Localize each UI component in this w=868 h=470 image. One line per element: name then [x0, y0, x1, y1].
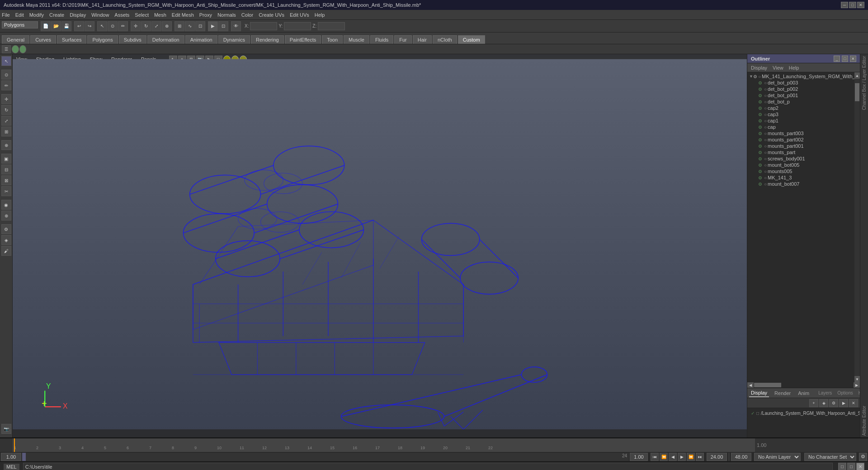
cut-faces-btn[interactable]: ✂: [1, 186, 11, 196]
tree-item-mounts-part001[interactable]: ⚙ ○ mounts_part001: [748, 143, 854, 149]
rotate-tool-btn[interactable]: ↻: [1, 105, 11, 115]
render-button[interactable]: ▶: [208, 21, 218, 31]
attribute-editor-label[interactable]: Attribute Editor: [861, 404, 868, 437]
menu-color[interactable]: Color: [241, 12, 253, 18]
tree-item-mount-bot007[interactable]: ⚙ ○ mount_bot007: [748, 181, 854, 187]
tree-item-mounts005[interactable]: ⚙ ○ mounts005: [748, 168, 854, 174]
rotate-button[interactable]: ↻: [141, 21, 151, 31]
outliner-minimize-btn[interactable]: _: [834, 56, 840, 62]
tab-rendering[interactable]: Rendering: [251, 35, 284, 44]
new-scene-button[interactable]: 📄: [41, 21, 51, 31]
tab-fur[interactable]: Fur: [394, 35, 412, 44]
layers-tab-anim[interactable]: Anim: [796, 390, 811, 397]
next-key-btn[interactable]: ⏩: [687, 453, 695, 461]
shelf-icon-green[interactable]: [12, 45, 19, 53]
paint-effects-btn[interactable]: 🖌: [1, 246, 11, 256]
tab-ncloth[interactable]: nCloth: [433, 35, 457, 44]
outliner-tab-display[interactable]: Display: [749, 64, 769, 71]
tree-item-mk141-3[interactable]: ⚙ ○ MK_141_3: [748, 174, 854, 181]
tree-item-root[interactable]: ▼ ⚙ ○ MK_141_Launching_System_RGM_With_H…: [748, 73, 854, 80]
z-input[interactable]: [318, 22, 345, 30]
menu-display[interactable]: Display: [70, 12, 86, 18]
tab-toon[interactable]: Toon: [322, 35, 343, 44]
tab-polygons[interactable]: Polygons: [87, 35, 118, 44]
anim-layer-select[interactable]: No Anim Layer: [754, 453, 801, 461]
scale-tool-btn[interactable]: ⤢: [1, 116, 11, 126]
outliner-tree[interactable]: ▼ ⚙ ○ MK_141_Launching_System_RGM_With_H…: [747, 72, 854, 382]
scroll-track[interactable]: [854, 79, 860, 376]
range-end-input[interactable]: [707, 453, 727, 461]
status-btn-1[interactable]: □: [838, 463, 846, 470]
maximize-button[interactable]: □: [849, 2, 856, 8]
split-poly-btn[interactable]: ⊠: [1, 175, 11, 185]
move-tool-btn[interactable]: ✛: [1, 94, 11, 104]
tree-item-det-bot-p[interactable]: ⚙ ○ det_bot_p: [748, 99, 854, 105]
close-button[interactable]: ✕: [857, 2, 864, 8]
mini-playhead[interactable]: [22, 453, 26, 461]
tree-item-cap2[interactable]: ⚙ ○ cap2: [748, 105, 854, 111]
outliner-tab-help[interactable]: Help: [787, 64, 801, 71]
menu-create[interactable]: Create: [49, 12, 64, 18]
outliner-hscrollbar[interactable]: ◀ ▶: [747, 382, 860, 388]
tree-item-cap3[interactable]: ⚙ ○ cap3: [748, 111, 854, 118]
undo-button[interactable]: ↩: [74, 21, 84, 31]
scale-button[interactable]: ⤢: [151, 21, 161, 31]
tab-subdivs[interactable]: Subdivs: [119, 35, 146, 44]
status-btn-close[interactable]: ✕: [856, 463, 864, 470]
tab-curves[interactable]: Curves: [30, 35, 56, 44]
hypershade-btn[interactable]: ◈: [1, 235, 11, 245]
outliner-maximize-btn[interactable]: □: [842, 56, 848, 62]
expand-icon[interactable]: ▼: [749, 74, 753, 79]
snap-grid-button[interactable]: ⊞: [175, 21, 184, 31]
universal-manip-button[interactable]: ⊕: [162, 21, 172, 31]
outliner-close-btn[interactable]: ✕: [850, 56, 856, 62]
tree-item-cap[interactable]: ⚙ ○ cap: [748, 124, 854, 130]
extrude-btn[interactable]: ▣: [1, 154, 11, 164]
show-hide-button[interactable]: 👁: [231, 21, 241, 31]
scroll-thumb[interactable]: [855, 83, 859, 101]
menu-modify[interactable]: Modify: [29, 12, 44, 18]
layers-header-options[interactable]: Options: [837, 390, 853, 395]
tab-custom[interactable]: Custom: [458, 35, 485, 44]
tree-item-cap1[interactable]: ⚙ ○ cap1: [748, 118, 854, 124]
menu-edit[interactable]: Edit: [15, 12, 24, 18]
char-set-select[interactable]: No Character Set: [804, 453, 856, 461]
hscroll-thumb[interactable]: [754, 383, 781, 387]
preferences-btn[interactable]: ⚙: [859, 453, 867, 461]
goto-start-btn[interactable]: ⏮: [651, 453, 659, 461]
menu-proxy[interactable]: Proxy: [199, 12, 212, 18]
layers-header-layers[interactable]: Layers: [818, 390, 832, 395]
save-button[interactable]: 💾: [61, 21, 71, 31]
camera-btn[interactable]: 📷: [1, 424, 11, 434]
prev-key-btn[interactable]: ◀: [669, 453, 677, 461]
shelf-btn-1[interactable]: ☰: [2, 45, 11, 53]
lasso-button[interactable]: ⊙: [108, 21, 118, 31]
outliner-scrollbar[interactable]: ▲ ▼: [854, 72, 860, 382]
soft-select-btn[interactable]: ⊕: [1, 140, 11, 150]
x-input[interactable]: [250, 22, 277, 30]
polygon-mode-selector[interactable]: Polygons: [2, 21, 38, 28]
tab-muscle[interactable]: Muscle: [344, 35, 369, 44]
mini-timeline[interactable]: 24: [22, 453, 629, 461]
scroll-down-btn[interactable]: ▼: [854, 376, 860, 382]
tree-item-mount-bot005[interactable]: ⚙ ○ mount_bot005: [748, 162, 854, 168]
pivot-btn[interactable]: ⊕: [1, 211, 11, 221]
lasso-tool-btn[interactable]: ⊙: [1, 70, 11, 80]
menu-window[interactable]: Window: [91, 12, 109, 18]
ipr-render-button[interactable]: ⊡: [218, 21, 228, 31]
tree-item-det-bot-p001[interactable]: ⚙ ○ det_bot_p001: [748, 92, 854, 99]
range-end2-input[interactable]: [731, 453, 751, 461]
tab-painteffects[interactable]: PaintEffects: [285, 35, 321, 44]
menu-create-uvs[interactable]: Create UVs: [259, 12, 284, 18]
show-manip-btn[interactable]: ◉: [1, 200, 11, 210]
hscroll-track[interactable]: [754, 382, 854, 388]
menu-assets[interactable]: Assets: [114, 12, 129, 18]
minimize-button[interactable]: ─: [841, 2, 848, 8]
tab-surfaces[interactable]: Surfaces: [57, 35, 86, 44]
hscroll-right[interactable]: ▶: [854, 382, 860, 388]
layer-opts-btn[interactable]: ⚙: [829, 399, 838, 407]
outliner-tab-view[interactable]: View: [771, 64, 785, 71]
shelf-icon-green2[interactable]: [19, 45, 27, 53]
prev-frame-btn[interactable]: ⏪: [660, 453, 668, 461]
menu-normals[interactable]: Normals: [217, 12, 236, 18]
